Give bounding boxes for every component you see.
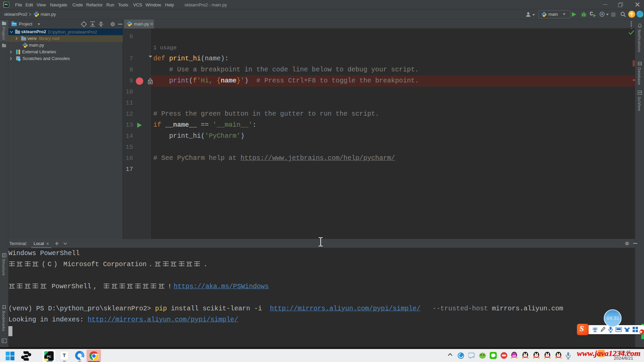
svg-text:PC: PC [47, 355, 51, 358]
